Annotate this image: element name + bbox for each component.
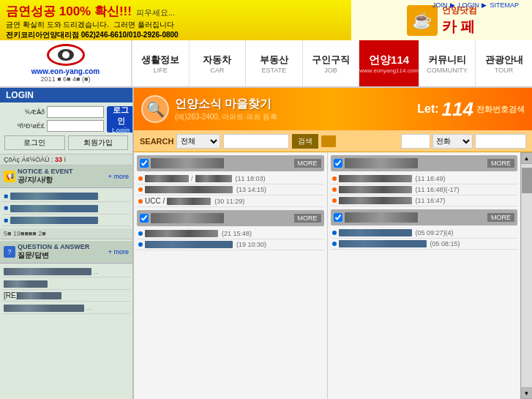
- nav-sub-community: COMMUNITY: [427, 67, 468, 74]
- cat3-checkbox[interactable]: [334, 159, 342, 168]
- phone-114-text: 114: [442, 98, 473, 121]
- sitemap-link[interactable]: SITEMAP: [490, 1, 519, 9]
- qa-title: QUESTION & ANSWER: [18, 243, 106, 250]
- news-item-3[interactable]: UCC / (30 11:29): [137, 195, 324, 207]
- notice-more-btn[interactable]: + more: [108, 173, 129, 180]
- qa-item-3[interactable]: [RE]: [2, 290, 130, 302]
- login-count-row: ÇöÀç Á¢¼ÓÀÚ : 33 í: [0, 154, 132, 165]
- nav-main-eunyang: 언양114: [369, 53, 409, 67]
- news-tag-1: (11 18:03): [236, 175, 266, 182]
- nav-item-eunyang[interactable]: 언양114 www.eonyang114.com: [359, 40, 419, 86]
- notice-stats: 5■ 19■■■■ 2■: [0, 228, 132, 239]
- nav-item-community[interactable]: 커뮤니티 COMMUNITY: [419, 40, 476, 86]
- news-item-r2[interactable]: (11 16:48)(-17): [331, 184, 518, 195]
- cat4-more-btn[interactable]: MORE: [487, 213, 514, 222]
- nav-main-community: 커뮤니티: [428, 53, 466, 67]
- news-item-4[interactable]: (21 15:48): [137, 228, 324, 239]
- nav-item-estate[interactable]: 부동산 ESTATE: [245, 40, 302, 86]
- search-submit-btn[interactable]: 검색: [292, 134, 318, 149]
- ad-left: 금연성공 100% 확신!!! 피우세요... 금연 확실히 도와 드리겠습니다…: [0, 0, 351, 40]
- cat4-checkbox[interactable]: [334, 213, 342, 222]
- scrollbar[interactable]: ▲ ▼: [520, 152, 532, 399]
- logo-url[interactable]: www.eon-yang.com: [31, 67, 100, 75]
- qa-header: ? QUESTION & ANSWER 질문/답변 + more: [0, 241, 132, 264]
- phone-number-input[interactable]: [475, 134, 526, 149]
- scroll-up-btn[interactable]: ▲: [521, 152, 533, 164]
- news-item-1[interactable]: / (11 18:03): [137, 174, 324, 184]
- nav-sub-estate: ESTATE: [262, 67, 287, 74]
- logo-area: www.eon-yang.com 2011 ■ 6■ 4■ (■): [0, 40, 132, 86]
- username-input[interactable]: [47, 106, 104, 118]
- news-tag-2: (13 14:15): [236, 186, 266, 193]
- qa-list: ... [RE] ...: [0, 264, 132, 316]
- header: www.eon-yang.com 2011 ■ 6■ 4■ (■) 생활정보 L…: [0, 40, 532, 88]
- cat-bar-2: MORE: [137, 210, 324, 226]
- news-tag-r3: (11 16:47): [416, 197, 446, 204]
- news-item-r4[interactable]: (05 09:27)(4): [331, 228, 518, 239]
- search-sub: (예)263-2400, 아파트·과외 등록: [175, 112, 411, 122]
- news-item-r5[interactable]: (05 08:15): [331, 239, 518, 250]
- ad-sub4: 전키코리아언양대리점 062)246-6610/010-2926-0800: [6, 30, 345, 40]
- search-title: 언양소식 마을찾기: [175, 97, 411, 112]
- login-button[interactable]: 로그인 Login: [107, 106, 134, 133]
- qa-section: ? QUESTION & ANSWER 질문/답변 + more ... [RE…: [0, 241, 132, 316]
- notice-item-1[interactable]: ■: [2, 190, 130, 202]
- phone-type-select[interactable]: 전화 핸드폰: [432, 134, 473, 149]
- scroll-thumb[interactable]: [522, 168, 532, 193]
- search-controls: SEARCH 전체 제목 내용 검색 전화 핸드폰: [134, 130, 532, 152]
- main-container: LOGIN ¾ÆÀ̵ð ºñ¹Ð¹øÈ£ 로그인 Login: [0, 88, 532, 399]
- login-link[interactable]: LOGIN: [458, 1, 479, 9]
- phone-label-text: 전화번호검색: [476, 104, 525, 115]
- main-content: 🔍 언양소식 마을찾기 (예)263-2400, 아파트·과외 등록 Let: …: [134, 88, 532, 399]
- search-text-area: 언양소식 마을찾기 (예)263-2400, 아파트·과외 등록: [175, 97, 411, 122]
- qa-item-1[interactable]: ...: [2, 266, 130, 277]
- notice-item-3[interactable]: ■: [2, 215, 130, 226]
- search-input[interactable]: [223, 134, 289, 149]
- search-category-select[interactable]: 전체 제목 내용: [176, 134, 220, 149]
- logo-date: 2011 ■ 6■ 4■ (■): [41, 75, 91, 83]
- cat2-more-btn[interactable]: MORE: [294, 214, 321, 223]
- nav-item-tour[interactable]: 관광안내 TOUR: [475, 40, 532, 86]
- phone-let-text: Let:: [417, 102, 438, 116]
- qa-more-btn[interactable]: + more: [108, 248, 129, 256]
- cat2-checkbox[interactable]: [140, 214, 149, 223]
- notice-item-2[interactable]: ■: [2, 202, 130, 214]
- nav-menu: 생활정보 LIFE 자동차 CAR 부동산 ESTATE 구인구직 JOB 언양…: [132, 40, 532, 86]
- phone-area-input[interactable]: [401, 134, 430, 149]
- news-tag-3: (30 11:29): [214, 198, 244, 205]
- bullet-1: [138, 176, 143, 181]
- news-item-2[interactable]: (13 14:15): [137, 184, 324, 195]
- nav-main-life: 생활정보: [141, 53, 179, 67]
- cat-bar-3: MORE: [331, 155, 518, 171]
- ad-sub1: 피우세요...: [136, 7, 175, 18]
- notice-icon: 📢: [4, 171, 15, 182]
- qa-item-4[interactable]: ...: [2, 302, 130, 313]
- content-area: MORE / (11 18:03) (13 14:15) UCC /: [134, 152, 532, 399]
- cat1-more-btn[interactable]: MORE: [294, 159, 321, 168]
- search-banner: 🔍 언양소식 마을찾기 (예)263-2400, 아파트·과외 등록 Let: …: [134, 88, 532, 130]
- nav-item-job[interactable]: 구인구직 JOB: [302, 40, 359, 86]
- password-input[interactable]: [47, 120, 104, 132]
- notice-header: 📢 NOTICE & EVENT 공/지/사/항 + more: [0, 165, 132, 188]
- cat1-checkbox[interactable]: [140, 159, 149, 168]
- cat3-more-btn[interactable]: MORE: [487, 159, 514, 168]
- login-header: LOGIN: [0, 88, 132, 102]
- news-item-5[interactable]: (19 10:30): [137, 239, 324, 250]
- bullet-2: [138, 187, 143, 192]
- nav-item-life[interactable]: 생활정보 LIFE: [132, 40, 189, 86]
- sidebar: LOGIN ¾ÆÀ̵ð ºñ¹Ð¹øÈ£ 로그인 Login: [0, 88, 134, 399]
- cat-bar-1: MORE: [137, 155, 324, 171]
- login-submit-btn[interactable]: 로그인: [4, 135, 65, 150]
- join-link[interactable]: JOIN: [432, 1, 448, 9]
- news-item-r1[interactable]: (11 16:49): [331, 174, 518, 184]
- scroll-down-btn[interactable]: ▼: [521, 387, 533, 399]
- ad-sub2: 금연 확실히 도와 드리겠습니다.: [6, 20, 109, 30]
- nav-sub-eunyang: www.eonyang114.com: [359, 67, 419, 74]
- nav-item-car[interactable]: 자동차 CAR: [189, 40, 246, 86]
- login-form: ¾ÆÀ̵ð ºñ¹Ð¹øÈ£ 로그인 Login 로그인 회원가입: [0, 102, 132, 154]
- qa-subtitle: 질문/답변: [18, 250, 106, 261]
- notice-section: 📢 NOTICE & EVENT 공/지/사/항 + more ■ ■ ■: [0, 165, 132, 239]
- register-button[interactable]: 회원가입: [68, 135, 129, 150]
- news-item-r3[interactable]: (11 16:47): [331, 195, 518, 206]
- qa-item-2[interactable]: [2, 277, 130, 289]
